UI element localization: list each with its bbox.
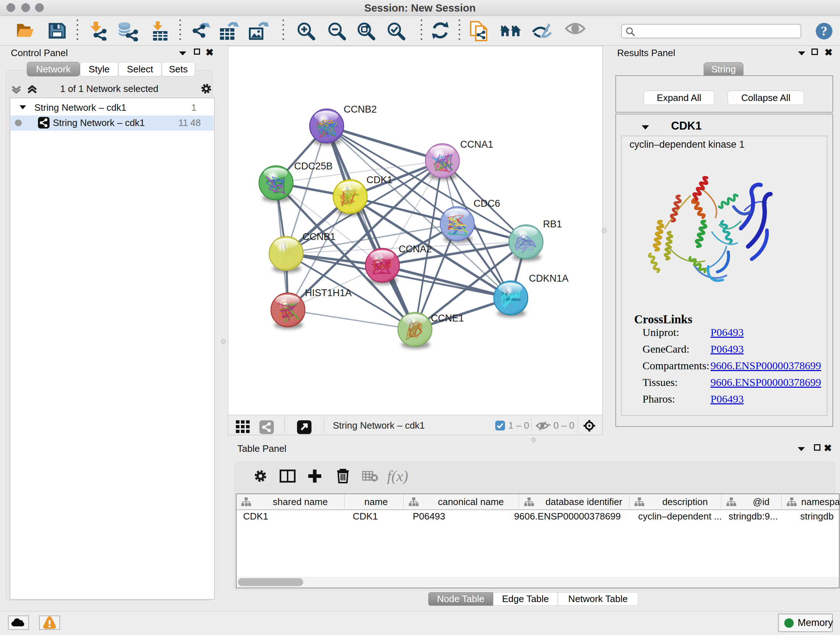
svg-text:CDKN1A: CDKN1A (529, 273, 569, 284)
svg-text:CCNE1: CCNE1 (431, 313, 464, 324)
svg-text:CDK1: CDK1 (366, 174, 393, 185)
svg-text:HIST1H1A: HIST1H1A (305, 287, 352, 298)
svg-text:CDC6: CDC6 (474, 198, 500, 209)
svg-text:CCNB2: CCNB2 (344, 104, 377, 115)
svg-text:CCNA2: CCNA2 (399, 244, 432, 255)
svg-text:CCNB1: CCNB1 (302, 231, 336, 242)
svg-text:RB1: RB1 (543, 219, 562, 230)
svg-text:CCNA1: CCNA1 (460, 139, 493, 150)
svg-text:CDC25B: CDC25B (294, 161, 333, 172)
svg-text:?: ? (821, 24, 827, 38)
